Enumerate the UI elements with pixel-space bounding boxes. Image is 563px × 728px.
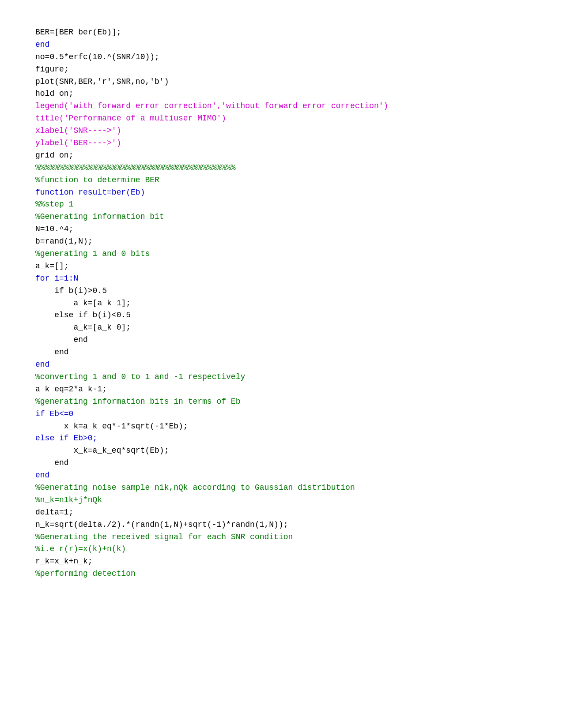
code-line: plot(SNR,BER,'r',SNR,no,'b') <box>35 77 169 86</box>
code-line: end <box>35 458 69 467</box>
code-line: %i.e r(r)=x(k)+n(k) <box>35 544 126 553</box>
code-line: %%step 1 <box>35 200 73 209</box>
code-container: BER=[BER ber(Eb)]; end no=0.5*erfc(10.^(… <box>35 26 528 580</box>
code-line: a_k=[]; <box>35 262 69 270</box>
code-line: else if b(i)<0.5 <box>35 311 131 319</box>
code-line: delta=1; <box>35 508 73 517</box>
code-line: BER=[BER ber(Eb)]; <box>35 28 121 37</box>
code-line: legend('with forward error correction','… <box>35 101 388 110</box>
code-line: %Generating the received signal for each… <box>35 533 293 541</box>
code-line: %Generating information bit <box>35 212 164 221</box>
code-line: b=rand(1,N); <box>35 237 93 246</box>
code-line: if Eb<=0 <box>35 409 73 418</box>
code-line: n_k=sqrt(delta./2).*(randn(1,N)+sqrt(-1)… <box>35 520 288 529</box>
code-line: end <box>35 348 69 356</box>
code-line: %converting 1 and 0 to 1 and -1 respecti… <box>35 372 245 381</box>
code-line: title('Performance of a multiuser MIMO') <box>35 114 226 123</box>
code-line: x_k=a_k_eq*-1*sqrt(-1*Eb); <box>35 422 188 431</box>
code-line: a_k=[a_k 0]; <box>35 323 131 332</box>
code-line: %generating information bits in terms of… <box>35 397 240 406</box>
code-line: function result=ber(Eb) <box>35 188 145 197</box>
code-line: for i=1:N <box>35 274 78 283</box>
code-line: grid on; <box>35 151 73 160</box>
code-line: end <box>35 471 49 480</box>
code-line: end <box>35 360 49 369</box>
code-line: figure; <box>35 65 69 74</box>
code-line: r_k=x_k+n_k; <box>35 557 93 566</box>
code-line: x_k=a_k_eq*sqrt(Eb); <box>35 446 169 455</box>
code-line: %generating 1 and 0 bits <box>35 249 150 258</box>
code-line: xlabel('SNR---->') <box>35 126 121 135</box>
code-line: end <box>35 40 49 49</box>
code-line: %performing detection <box>35 569 136 578</box>
code-line: end <box>35 335 88 344</box>
code-line: %%%%%%%%%%%%%%%%%%%%%%%%%%%%%%%%%%%%%%%%… <box>35 163 236 172</box>
code-line: %Generating noise sample n1k,nQk accordi… <box>35 483 355 492</box>
code-line: no=0.5*erfc(10.^(SNR/10)); <box>35 53 159 61</box>
code-line: N=10.^4; <box>35 225 73 233</box>
code-line: hold on; <box>35 89 73 98</box>
code-line: else if Eb>0; <box>35 434 97 443</box>
code-line: ylabel('BER---->') <box>35 139 121 147</box>
code-line: %n_k=n1k+j*nQk <box>35 495 102 504</box>
code-line: a_k_eq=2*a_k-1; <box>35 385 107 394</box>
code-line: a_k=[a_k 1]; <box>35 299 131 308</box>
code-line: if b(i)>0.5 <box>35 286 107 295</box>
code-line: %function to determine BER <box>35 176 159 184</box>
